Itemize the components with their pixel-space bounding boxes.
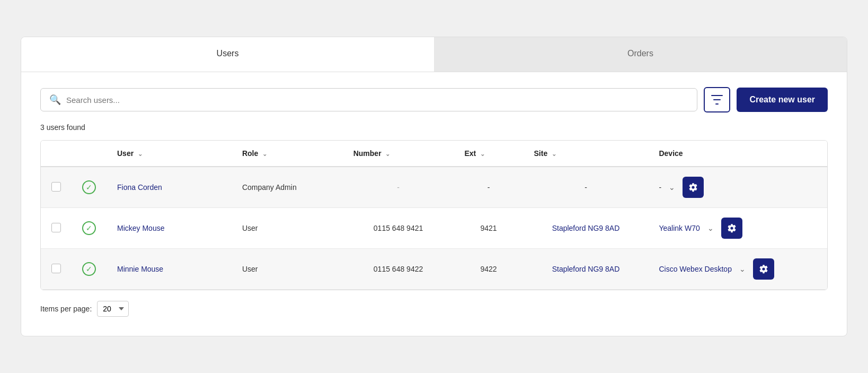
row-ext: 9421	[454, 208, 523, 249]
row-site: -	[524, 167, 649, 208]
row-user-name[interactable]: Fiona Corden	[107, 167, 232, 208]
row-number: 0115 648 9421	[343, 208, 454, 249]
number-sort-icon: ⌄	[385, 151, 390, 157]
row-checkbox[interactable]	[51, 264, 61, 273]
col-site[interactable]: Site ⌄	[524, 141, 649, 167]
expand-button[interactable]: ⌄	[704, 224, 717, 232]
search-icon: 🔍	[49, 94, 61, 106]
row-device-actions: Yealink W70⌄	[648, 208, 827, 249]
row-role: User	[232, 208, 343, 249]
ext-sort-icon: ⌄	[480, 151, 485, 157]
row-checkbox[interactable]	[51, 223, 61, 232]
items-per-page-label: Items per page:	[40, 305, 92, 313]
row-status-cell: ✓	[72, 167, 107, 208]
action-cell: Cisco Webex Desktop⌄	[659, 258, 817, 280]
search-box: 🔍	[40, 88, 697, 111]
users-table: User ⌄ Role ⌄ Number ⌄ Ext	[40, 140, 828, 290]
row-checkbox-cell	[41, 208, 72, 249]
row-device-actions: -⌄	[648, 167, 827, 208]
settings-button[interactable]	[753, 258, 774, 280]
col-number[interactable]: Number ⌄	[343, 141, 454, 167]
users-count: 3 users found	[40, 123, 828, 132]
row-number: -	[343, 167, 454, 208]
expand-button[interactable]: ⌄	[736, 265, 749, 273]
row-status-cell: ✓	[72, 249, 107, 290]
active-status-icon: ✓	[82, 180, 96, 194]
pagination-row: Items per page: 102050100	[40, 301, 828, 317]
search-row: 🔍 Create new user	[40, 87, 828, 112]
device-name[interactable]: Yealink W70	[659, 224, 699, 232]
device-name[interactable]: Cisco Webex Desktop	[659, 265, 731, 273]
row-user-name[interactable]: Minnie Mouse	[107, 249, 232, 290]
active-status-icon: ✓	[82, 221, 96, 235]
action-cell: -⌄	[659, 177, 817, 198]
table-header-row: User ⌄ Role ⌄ Number ⌄ Ext	[41, 141, 827, 167]
col-ext[interactable]: Ext ⌄	[454, 141, 523, 167]
row-user-name[interactable]: Mickey Mouse	[107, 208, 232, 249]
row-role: Company Admin	[232, 167, 343, 208]
row-checkbox-cell	[41, 167, 72, 208]
row-role: User	[232, 249, 343, 290]
row-status-cell: ✓	[72, 208, 107, 249]
col-user[interactable]: User ⌄	[107, 141, 232, 167]
tab-users[interactable]: Users	[21, 37, 434, 72]
device-dash: -	[659, 183, 661, 192]
table-row: ✓Fiona CordenCompany Admin----⌄	[41, 167, 827, 208]
col-role[interactable]: Role ⌄	[232, 141, 343, 167]
filter-icon	[711, 95, 723, 105]
tab-orders[interactable]: Orders	[434, 37, 847, 72]
row-site[interactable]: Stapleford NG9 8AD	[524, 249, 649, 290]
row-number: 0115 648 9422	[343, 249, 454, 290]
row-site[interactable]: Stapleford NG9 8AD	[524, 208, 649, 249]
col-status	[72, 141, 107, 167]
settings-button[interactable]	[683, 177, 704, 198]
table-row: ✓Mickey MouseUser0115 648 94219421Staple…	[41, 208, 827, 249]
row-ext: 9422	[454, 249, 523, 290]
settings-button[interactable]	[721, 218, 742, 239]
filter-button[interactable]	[704, 87, 730, 112]
role-sort-icon: ⌄	[262, 151, 267, 157]
tabs-bar: Users Orders	[21, 37, 847, 72]
expand-button[interactable]: ⌄	[666, 183, 678, 192]
create-new-user-button[interactable]: Create new user	[737, 88, 828, 112]
action-cell: Yealink W70⌄	[659, 218, 817, 239]
col-device: Device	[648, 141, 827, 167]
main-container: Users Orders 🔍 Create new user 3 users	[21, 37, 847, 336]
col-checkbox	[41, 141, 72, 167]
search-input[interactable]	[66, 96, 688, 105]
items-per-page-select[interactable]: 102050100	[97, 301, 129, 317]
page-content: 🔍 Create new user 3 users found	[21, 72, 847, 336]
user-sort-icon: ⌄	[138, 151, 143, 157]
site-sort-icon: ⌄	[552, 151, 556, 157]
row-device-actions: Cisco Webex Desktop⌄	[648, 249, 827, 290]
row-checkbox[interactable]	[51, 182, 61, 192]
row-checkbox-cell	[41, 249, 72, 290]
active-status-icon: ✓	[82, 262, 96, 276]
table-row: ✓Minnie MouseUser0115 648 94229422Staple…	[41, 249, 827, 290]
row-ext: -	[454, 167, 523, 208]
